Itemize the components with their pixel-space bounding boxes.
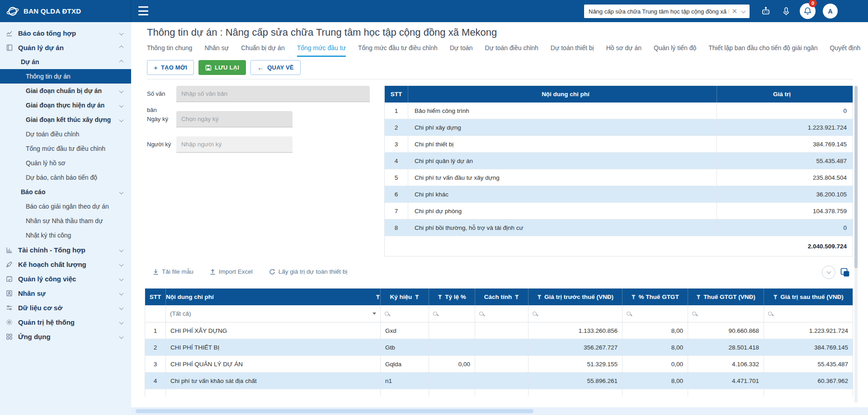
table-row[interactable]: 3 CHI PHÍ QUẢN LÝ DỰ ÁN Gqlda 0,00 51.32… [145,356,853,373]
sidebar-item-du-lieu-co-so[interactable]: Dữ liệu cơ sở [0,300,131,315]
table-row[interactable]: 5 Chi phí tư vấn đầu tư xây dựng 235.804… [385,169,853,186]
content-filter-dropdown[interactable]: (Tất cả) [166,305,381,322]
sidebar-item-quan-ly-du-an[interactable]: Quản lý dự án [0,40,131,55]
download-template-link[interactable]: Tải file mẫu [153,268,193,275]
sidebar-item-giai-doan-ket-thuc[interactable]: Giai đoạn kết thúc xây dựng [0,112,131,127]
tab-thong-tin-chung[interactable]: Thông tin chung [147,44,192,57]
sidebar-item-du-an[interactable]: Dự án [0,55,131,69]
microphone-icon[interactable] [780,5,792,17]
table-row[interactable]: 2 CHI PHÍ THIẾT BỊ Gtb 356.267.727 8,00 … [145,339,853,356]
sidebar-item-du-bao-canh-bao[interactable]: Dự báo, cảnh báo tiến độ [0,170,131,185]
detail-header-content[interactable]: Nội dung chi phí [166,289,381,305]
table-row[interactable]: 8 Chi phí bồi thường, hỗ trợ và tái định… [385,219,853,236]
sidebar-item-ung-dung[interactable]: Ứng dụng [0,329,131,344]
search-icon [479,312,483,316]
filter-icon [631,295,636,299]
search-icon [533,312,537,316]
brand-logo-icon [6,5,19,18]
table-row[interactable]: 1 CHI PHÍ XÂY DỰNG Gxd 1.133.260.856 8,0… [145,322,853,339]
save-button[interactable]: LƯU LẠI [198,60,246,75]
column-chooser-button[interactable] [840,267,850,277]
collapse-panel-button[interactable] [822,266,835,279]
sidebar-item-quan-tri-he-thong[interactable]: Quản trị hệ thống [0,315,131,329]
tab-du-toan-dieu-chinh[interactable]: Dự toán điều chỉnh [485,44,538,57]
horizontal-scrollbar[interactable] [131,407,868,415]
detail-header-rate[interactable]: Tỷ lệ % [429,289,475,305]
hamburger-menu-icon[interactable] [138,6,148,15]
table-row-clipped[interactable] [145,389,853,396]
detail-header-stt[interactable]: STT [145,289,166,305]
sidebar-item-quan-ly-cong-viec[interactable]: Quản lý công việc [0,271,131,286]
search-dropdown-icon[interactable] [741,9,746,13]
sidebar-item-quan-ly-ho-so[interactable]: Quản lý hồ sơ [0,156,131,170]
sidebar-item-bao-cao-tong-hop[interactable]: Báo cáo tổng hợp [0,26,131,40]
scrollbar-thumb[interactable] [854,86,858,268]
detail-header-symbol[interactable]: Ký hiệu [381,289,429,305]
vertical-scrollbar[interactable] [854,86,858,403]
nguoi-ky-input[interactable] [176,136,292,153]
table-row[interactable]: 4 Chi phí tư vấn khảo sát địa chất n1 55… [145,373,853,389]
tab-du-toan[interactable]: Dự toán [450,44,473,57]
calc-filter-input[interactable] [475,305,528,322]
posttax-filter-input[interactable] [764,305,853,322]
sidebar-item-bao-cao[interactable]: Báo cáo [0,185,131,199]
table-row[interactable]: 3 Chi phí thiết bị 384.769.145 [385,136,853,153]
tab-tong-muc-dau-tu-dieu-chinh[interactable]: Tổng mức đầu tư điều chỉnh [358,44,438,57]
get-equipment-estimate-link[interactable]: Lấy giá trị dự toán thiết bị [269,268,347,275]
plus-icon: + [154,64,158,71]
table-row[interactable]: 2 Chi phí xây dựng 1.223.921.724 [385,119,853,136]
back-button[interactable]: ← QUAY VỀ [250,60,301,75]
rate-filter-input[interactable] [429,305,475,322]
create-button[interactable]: + TẠO MỚI [147,60,194,75]
tab-tong-muc-dau-tu[interactable]: Tổng mức đầu tư [297,44,346,57]
brand[interactable]: BAN QLDA ĐTXD [0,0,131,22]
search-input[interactable] [589,8,729,15]
vat-filter-input[interactable] [688,305,764,322]
sidebar-item-thong-tin-du-an[interactable]: Thông tin dự án [0,69,131,84]
filter-icon [514,295,519,299]
sidebar-item-du-toan-dieu-chinh[interactable]: Dự toán điều chỉnh [0,127,131,141]
tab-ho-so-du-an[interactable]: Hồ sơ dự án [606,44,642,57]
sidebar-item-giai-doan-thuc-hien[interactable]: Giai đoạn thực hiện dự án [0,98,131,112]
detail-header-vat-pct[interactable]: % Thuế GTGT [623,289,688,305]
filter-icon [537,295,542,299]
avatar[interactable]: A [823,4,838,19]
vat-pct-filter-input[interactable] [623,305,688,322]
sidebar-item-nhan-su[interactable]: Nhân sự [0,286,131,300]
sidebar-item-bao-cao-giai-ngan[interactable]: Báo cáo giải ngân theo dự án [0,199,131,214]
sidebar-item-ke-hoach-chat-luong[interactable]: Kế hoạch chất lượng [0,257,131,271]
chart-icon [5,30,13,37]
sidebar-item-nhan-su-nha-thau[interactable]: Nhân sự Nhà thầu tham dự [0,214,131,228]
import-excel-link[interactable]: Import Excel [210,268,253,275]
symbol-filter-input[interactable] [381,305,429,322]
detail-header-pretax[interactable]: Giá trị trước thuế (VNĐ) [528,289,623,305]
assistant-bot-icon[interactable] [760,5,772,17]
scrollbar-thumb[interactable] [136,409,533,413]
table-row[interactable]: 6 Chi phí khác 36.200.105 [385,186,853,203]
so-van-ban-input[interactable] [176,86,370,102]
table-row[interactable]: 4 Chi phí quản lý dự án 55.435.487 [385,153,853,169]
detail-header-posttax[interactable]: Giá trị sau thuế (VNĐ) [764,289,853,305]
clear-search-icon[interactable]: ✕ [729,7,740,15]
tab-quan-ly-tien-do[interactable]: Quản lý tiến độ [654,44,696,57]
sidebar-item-tong-muc-dau-tu-dieu-chinh[interactable]: Tổng mức đầu tư điều chỉnh [0,141,131,156]
download-icon [153,269,159,275]
table-row[interactable]: 7 Chi phí dự phòng 104.378.759 [385,203,853,219]
sidebar-item-tai-chinh[interactable]: Tài chính - Tổng hợp [0,242,131,257]
filter-icon [438,295,442,299]
tab-chuan-bi-du-an[interactable]: Chuẩn bị dự án [241,44,285,57]
detail-header-vat[interactable]: Thuế GTGT (VNĐ) [688,289,764,305]
table-row[interactable]: 1 Bảo hiểm công trình 0 [385,103,853,119]
ngay-ky-input[interactable] [176,111,292,127]
sidebar-item-nhat-ky-thi-cong[interactable]: Nhật ký thi công [0,228,131,242]
database-icon [5,304,13,311]
main-content: Thông tin dự án : Nâng cấp sửa chữa Trun… [131,22,868,415]
tab-nhan-su[interactable]: Nhân sự [204,44,229,57]
tab-quyet-dinh[interactable]: Quyết định [830,44,861,57]
field-label-ngay-ky: Ngày ký [147,111,175,127]
tab-du-toan-thiet-bi[interactable]: Dự toán thiết bị [551,44,594,57]
sidebar-item-giai-doan-chuan-bi[interactable]: Giai đoạn chuẩn bị dự án [0,84,131,98]
detail-header-calc[interactable]: Cách tính [475,289,528,305]
tab-thiet-lap-ban-dau[interactable]: Thiết lập ban đầu cho tiến độ giải ngân [708,44,817,57]
pretax-filter-input[interactable] [528,305,623,322]
